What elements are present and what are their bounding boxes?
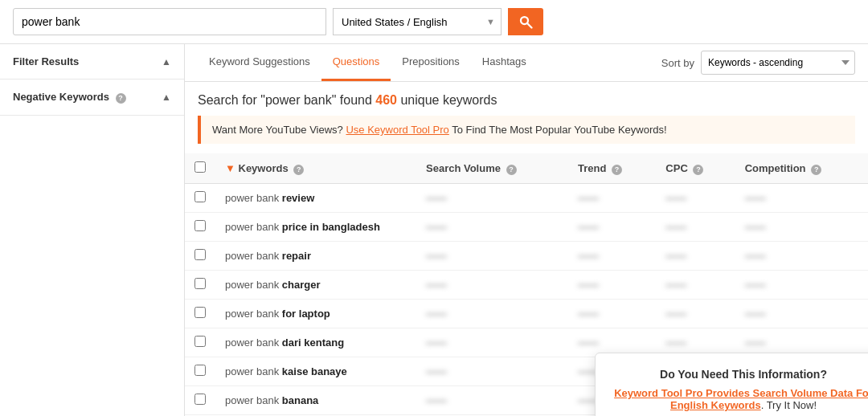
row-keyword: power bank review [215, 184, 416, 213]
row-keyword: power bank for laptop [215, 300, 416, 328]
filter-results-label: Filter Results [13, 55, 79, 67]
row-checkbox-cell [185, 328, 215, 357]
row-keyword: power bank kaise banaye [215, 357, 416, 386]
row-volume: —— [416, 213, 568, 242]
row-cpc: —— [656, 242, 735, 271]
svg-line-1 [527, 23, 531, 27]
table-row: power bank charger —— —— —— —— [185, 271, 868, 300]
trend-help-icon[interactable]: ? [612, 165, 622, 175]
row-checkbox[interactable] [194, 249, 206, 260]
row-competition: —— [735, 271, 868, 300]
promo-banner: Want More YouTube Views? Use Keyword Too… [198, 116, 855, 144]
volume-help-icon[interactable]: ? [506, 165, 517, 175]
main-layout: Filter Results ▲ Negative Keywords ? ▲ K… [0, 44, 868, 416]
search-icon [518, 14, 533, 29]
row-checkbox[interactable] [194, 307, 206, 318]
negative-keywords-help-icon[interactable]: ? [116, 93, 126, 104]
row-volume: —— [416, 328, 568, 357]
row-checkbox[interactable] [194, 220, 206, 231]
th-search-volume[interactable]: Search Volume ? [416, 153, 568, 184]
row-checkbox-cell [185, 300, 215, 328]
tabs-bar: Keyword Suggestions Questions Prepositio… [185, 44, 868, 82]
row-keyword: power bank charger [215, 271, 416, 300]
row-trend: —— [568, 271, 656, 300]
tab-hashtags[interactable]: Hashtags [471, 44, 538, 81]
tooltip-popup: Do You Need This Information? Keyword To… [595, 353, 868, 416]
table-row: power bank for laptop —— —— —— —— [185, 300, 868, 328]
row-keyword: power bank dari kentang [215, 328, 416, 357]
row-trend: —— [568, 213, 656, 242]
tabs-left: Keyword Suggestions Questions Prepositio… [198, 44, 538, 81]
row-cpc: —— [656, 300, 735, 328]
filter-results-toggle[interactable]: Filter Results ▲ [0, 44, 184, 79]
row-checkbox[interactable] [194, 365, 206, 376]
promo-text1: Want More YouTube Views? [212, 124, 346, 136]
th-trend[interactable]: Trend ? [568, 153, 656, 184]
results-suffix: unique keywords [397, 93, 497, 107]
row-checkbox[interactable] [194, 336, 206, 347]
th-competition[interactable]: Competition ? [735, 153, 868, 184]
country-select[interactable]: United States / EnglishUnited Kingdom / … [333, 8, 502, 35]
header: United States / EnglishUnited Kingdom / … [0, 0, 868, 44]
negative-keywords-chevron-icon: ▲ [162, 92, 171, 103]
competition-help-icon[interactable]: ? [811, 165, 821, 175]
filter-section: Filter Results ▲ [0, 44, 184, 80]
row-checkbox[interactable] [194, 278, 206, 289]
row-keyword: power bank banana [215, 386, 416, 415]
th-keywords[interactable]: ▼ Keywords ? [215, 153, 416, 184]
row-trend: —— [568, 242, 656, 271]
cpc-help-icon[interactable]: ? [693, 165, 703, 175]
tab-questions[interactable]: Questions [321, 44, 391, 81]
row-volume: —— [416, 300, 568, 328]
table-container: ▼ Keywords ? Search Volume ? Trend ? [185, 153, 868, 416]
tabs-right: Sort by Keywords - ascendingKeywords - d… [661, 51, 855, 75]
keywords-help-icon[interactable]: ? [293, 165, 304, 175]
row-checkbox-cell [185, 271, 215, 300]
results-prefix: Search for "power bank" found [198, 93, 375, 107]
row-cpc: —— [656, 271, 735, 300]
tab-keyword-suggestions[interactable]: Keyword Suggestions [198, 44, 321, 81]
results-header: Search for "power bank" found 460 unique… [185, 82, 868, 116]
row-checkbox[interactable] [194, 394, 206, 405]
row-checkbox-cell [185, 386, 215, 415]
row-checkbox[interactable] [194, 191, 206, 202]
promo-text2: To Find The Most Popular YouTube Keyword… [449, 124, 667, 136]
row-competition: —— [735, 242, 868, 271]
table-header: ▼ Keywords ? Search Volume ? Trend ? [185, 153, 868, 184]
sort-select[interactable]: Keywords - ascendingKeywords - descendin… [701, 51, 855, 75]
tooltip-link[interactable]: Keyword Tool Pro Provides Search Volume … [614, 387, 868, 411]
negative-keywords-label: Negative Keywords ? [13, 91, 126, 104]
row-volume: —— [416, 184, 568, 213]
tab-prepositions[interactable]: Prepositions [391, 44, 471, 81]
promo-link[interactable]: Use Keyword Tool Pro [346, 124, 448, 136]
search-button[interactable] [508, 8, 543, 35]
row-checkbox-cell [185, 242, 215, 271]
row-competition: —— [735, 184, 868, 213]
filter-chevron-icon: ▲ [162, 56, 171, 67]
row-volume: —— [416, 357, 568, 386]
negative-keywords-toggle[interactable]: Negative Keywords ? ▲ [0, 80, 184, 115]
row-trend: —— [568, 184, 656, 213]
th-checkbox [185, 153, 215, 184]
sort-arrow-icon: ▼ [225, 162, 235, 174]
row-checkbox-cell [185, 184, 215, 213]
negative-keywords-section: Negative Keywords ? ▲ [0, 80, 184, 116]
sidebar: Filter Results ▲ Negative Keywords ? ▲ [0, 44, 185, 416]
select-all-checkbox[interactable] [194, 161, 206, 173]
row-cpc: —— [656, 184, 735, 213]
search-input[interactable] [13, 8, 326, 35]
tooltip-body: Keyword Tool Pro Provides Search Volume … [612, 387, 868, 411]
tooltip-title: Do You Need This Information? [612, 368, 868, 381]
tooltip-body2: . Try It Now! [761, 399, 817, 411]
table-row: power bank repair —— —— —— —— [185, 242, 868, 271]
row-keyword: power bank repair [215, 242, 416, 271]
row-volume: —— [416, 242, 568, 271]
row-checkbox-cell [185, 213, 215, 242]
table-row: power bank price in bangladesh —— —— —— … [185, 213, 868, 242]
row-competition: —— [735, 213, 868, 242]
th-cpc[interactable]: CPC ? [656, 153, 735, 184]
row-competition: —— [735, 300, 868, 328]
country-selector[interactable]: United States / EnglishUnited Kingdom / … [333, 8, 502, 35]
table-row: power bank review —— —— —— —— [185, 184, 868, 213]
results-count: 460 [375, 93, 397, 107]
